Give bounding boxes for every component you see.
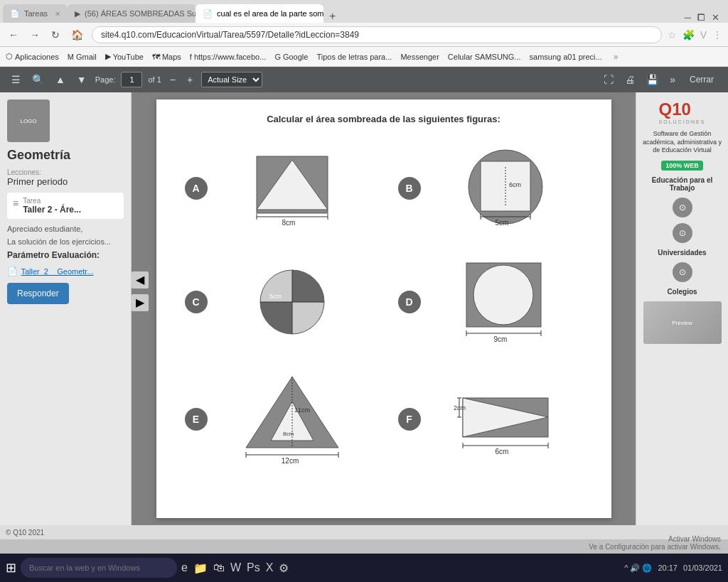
main-layout: LOGO Geometría Lecciones: Primer periodo… bbox=[0, 92, 728, 525]
apps-icon: ⬡ bbox=[6, 52, 13, 61]
refresh-button[interactable]: ↻ bbox=[48, 28, 63, 42]
figure-b-svg: 6cm 5cm bbox=[459, 146, 552, 231]
back-button[interactable]: ← bbox=[6, 28, 21, 42]
figure-d-content: 9cm bbox=[428, 259, 583, 345]
svg-text:9cm: 9cm bbox=[493, 335, 507, 343]
rs-badge: 100% WEB bbox=[661, 161, 703, 171]
start-button[interactable]: ⊞ bbox=[6, 560, 16, 576]
pdf-prev-page[interactable]: ▲ bbox=[53, 72, 68, 87]
bookmark-gmail[interactable]: M Gmail bbox=[68, 53, 97, 61]
print-button[interactable]: 🖨 bbox=[622, 72, 638, 87]
svg-text:2cm: 2cm bbox=[454, 404, 466, 411]
profile-button[interactable]: V bbox=[700, 29, 707, 41]
figure-e-label: E bbox=[185, 408, 208, 431]
tab-tareas-close[interactable]: ✕ bbox=[55, 10, 60, 18]
right-sidebar: Q10 SOLUCIONES Software de Gestión acadé… bbox=[636, 92, 728, 525]
bookmark-google[interactable]: G Google bbox=[274, 53, 308, 61]
pdf-sidebar-toggle[interactable]: ☰ bbox=[9, 72, 23, 87]
taskbar-explorer-icon[interactable]: 📁 bbox=[193, 561, 208, 575]
new-tab-button[interactable]: + bbox=[323, 10, 341, 23]
figure-a-label: A bbox=[185, 177, 208, 200]
taskbar-time: 20:17 bbox=[658, 564, 678, 572]
address-bar: ← → ↻ 🏠 ☆ 🧩 V ⋮ bbox=[0, 23, 728, 47]
bookmark-youtube[interactable]: ▶ YouTube bbox=[105, 52, 144, 61]
taskbar-word-icon[interactable]: W bbox=[230, 561, 241, 574]
figure-c-label: C bbox=[185, 291, 208, 313]
menu-button[interactable]: ⋮ bbox=[712, 29, 722, 41]
figure-c-content: 5cm bbox=[215, 263, 370, 341]
zoom-select[interactable]: Actual Size Page Fit 50% 75% 100% 125% 1… bbox=[201, 72, 262, 87]
svg-point-19 bbox=[473, 265, 533, 325]
maps-icon: 🗺 bbox=[152, 53, 160, 61]
svg-text:8cm: 8cm bbox=[283, 431, 294, 437]
bookmark-samsung2[interactable]: samsung a01 preci... bbox=[530, 53, 602, 61]
figure-e: E 11cm 8cm bbox=[178, 366, 377, 473]
pdf-search-button[interactable]: 🔍 bbox=[29, 72, 47, 87]
maximize-button[interactable]: ⧠ bbox=[697, 12, 706, 23]
forward-button[interactable]: → bbox=[27, 28, 43, 42]
responder-button[interactable]: Responder bbox=[7, 283, 69, 304]
page-total-label: of 1 bbox=[148, 75, 161, 84]
bookmark-maps[interactable]: 🗺 Maps bbox=[152, 53, 181, 61]
home-button[interactable]: 🏠 bbox=[68, 28, 86, 42]
period-label: Primer periodo bbox=[7, 176, 124, 187]
bookmark-messenger[interactable]: Messenger bbox=[400, 53, 439, 61]
taskbar-store-icon[interactable]: 🛍 bbox=[213, 561, 225, 574]
bookmark-star[interactable]: ☆ bbox=[668, 29, 677, 41]
bookmark-tipos[interactable]: Tipos de letras para... bbox=[316, 53, 392, 61]
activate-line2: Ve a Configuración para activar Windows. bbox=[589, 543, 721, 551]
page-number-input[interactable] bbox=[121, 72, 142, 87]
download-button[interactable]: 💾 bbox=[643, 72, 661, 87]
bookmark-gmail-label: Gmail bbox=[76, 53, 97, 61]
figure-b: B 6cm bbox=[391, 139, 590, 238]
pdf-main-title: Calcular el área sombreada de las siguie… bbox=[178, 114, 590, 124]
rs-icon2: ⊙ bbox=[673, 223, 692, 243]
bookmark-youtube-label: YouTube bbox=[113, 53, 144, 61]
pdf-next-page[interactable]: ▼ bbox=[74, 72, 90, 87]
more-tools-button[interactable]: » bbox=[667, 72, 678, 87]
tab-cual[interactable]: 📄 cual es el area de la parte sombreada.… bbox=[196, 4, 323, 23]
taskbar-edge-icon[interactable]: e bbox=[181, 561, 188, 574]
address-input[interactable] bbox=[92, 26, 662, 43]
rs-preview-image: Preview bbox=[643, 301, 722, 344]
windows-activate: Activar Windows Ve a Configuración para … bbox=[589, 535, 721, 551]
bookmark-samsung-label: Celular SAMSUNG... bbox=[448, 53, 521, 61]
sidebar-text1: Apreciado estudiante, bbox=[7, 225, 124, 233]
tab-tareas-icon: 📄 bbox=[10, 9, 20, 18]
sidebar-title: Geometría bbox=[7, 148, 124, 163]
rs-icon3: ⊙ bbox=[673, 262, 692, 282]
left-sidebar: LOGO Geometría Lecciones: Primer periodo… bbox=[0, 92, 132, 525]
tab-tareas-label: Tareas bbox=[24, 9, 48, 18]
tab-tareas[interactable]: 📄 Tareas ✕ bbox=[3, 4, 68, 23]
more-bookmarks[interactable]: » bbox=[614, 52, 619, 62]
taskbar-excel-icon[interactable]: X bbox=[266, 561, 274, 574]
tab-areas[interactable]: ▶ (56) ÁREAS SOMBREADAS Supe... ✕ bbox=[68, 4, 196, 23]
page-label: Page: bbox=[95, 75, 116, 84]
taskbar-search-input[interactable] bbox=[21, 558, 177, 578]
task-item[interactable]: ≡ Tarea Taller 2 - Áre... bbox=[7, 193, 124, 219]
close-window-button[interactable]: ✕ bbox=[712, 12, 719, 23]
minimize-button[interactable]: ─ bbox=[685, 12, 691, 23]
sidebar-text2: La solución de los ejercicios... bbox=[7, 237, 124, 246]
bookmark-apps[interactable]: ⬡ Aplicaciones bbox=[6, 52, 59, 61]
bookmark-samsung[interactable]: Celular SAMSUNG... bbox=[448, 53, 521, 61]
pdf-nav-prev[interactable]: ◀ bbox=[132, 271, 149, 289]
fullscreen-button[interactable]: ⛶ bbox=[601, 72, 616, 87]
copyright-text: © Q10 2021 bbox=[6, 529, 44, 537]
taskbar-ps-icon[interactable]: Ps bbox=[247, 561, 260, 574]
extension-icon[interactable]: 🧩 bbox=[682, 29, 695, 41]
bookmark-facebook[interactable]: f https://www.facebo... bbox=[190, 53, 267, 61]
taskbar-app-icon[interactable]: ⚙ bbox=[279, 561, 289, 575]
figure-a-svg: 8cm bbox=[246, 149, 338, 227]
svg-text:6cm: 6cm bbox=[495, 448, 508, 456]
figure-c-svg: 5cm bbox=[250, 263, 335, 341]
pdf-nav-next[interactable]: ▶ bbox=[132, 294, 149, 311]
facebook-icon: f bbox=[190, 53, 192, 61]
file-link[interactable]: Taller_2__Geometr... bbox=[21, 267, 93, 276]
zoom-in-button[interactable]: + bbox=[184, 72, 196, 87]
task-label: Tarea bbox=[23, 197, 81, 205]
zoom-out-button[interactable]: − bbox=[167, 72, 178, 87]
cerrar-button[interactable]: Cerrar bbox=[684, 73, 719, 86]
youtube-icon: ▶ bbox=[105, 52, 111, 61]
svg-text:5cm: 5cm bbox=[495, 219, 508, 227]
